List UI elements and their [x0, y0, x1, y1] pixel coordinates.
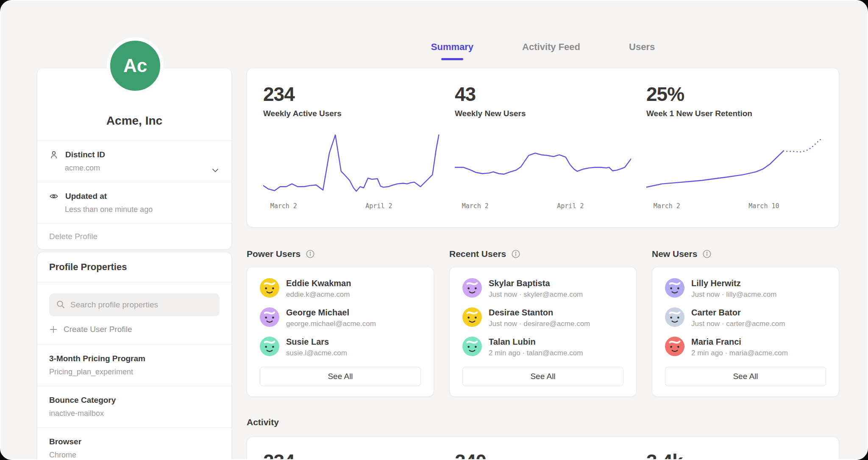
user-detail: Just now · carter@acme.com [691, 320, 785, 328]
chevron-down-icon[interactable] [210, 165, 220, 176]
user-list-item[interactable]: Susie Lars susie.l@acme.com [260, 337, 421, 357]
tab-users[interactable]: Users [629, 42, 655, 60]
weekly-new-users-sparkline [455, 131, 631, 195]
user-list-item[interactable]: Carter Bator Just now · carter@acme.com [665, 307, 826, 328]
new-users-title: New Users [652, 249, 697, 259]
user-name: Carter Bator [691, 307, 785, 318]
user-lists-row: Power Users Eddie Kwakman eddie.k@acme.c… [247, 248, 839, 397]
summary-stats-card: 234 Weekly Active Users March 2 April 2 … [247, 68, 839, 228]
recent-users-section: Recent Users Skylar Baptista Just now · … [449, 248, 637, 397]
user-name: Susie Lars [286, 337, 347, 347]
property-item[interactable]: 3-Month Pricing Program Pricing_plan_exp… [37, 344, 231, 386]
new-users-section: New Users Lilly Herwitz Just now · lilly… [652, 248, 839, 397]
stat-label: Weekly Active Users [263, 109, 440, 118]
x-axis-tick: March 2 [654, 202, 680, 210]
user-avatar [665, 337, 684, 356]
user-avatar [462, 307, 482, 327]
property-value: Pricing_plan_experiment [49, 368, 220, 376]
user-avatar [260, 337, 279, 356]
x-axis: March 2 March 10 [646, 202, 823, 212]
property-item[interactable]: Bounce Category inactive-mailbox [37, 386, 231, 427]
property-value: inactive-mailbox [49, 409, 220, 418]
user-list-item[interactable]: Eddie Kwakman eddie.k@acme.com [260, 278, 421, 299]
create-user-profile-label: Create User Profile [64, 325, 132, 334]
x-axis: March 2 April 2 [263, 202, 440, 212]
user-avatar [260, 307, 279, 327]
user-list-item[interactable]: George Michael george.michael@acme.com [260, 307, 421, 328]
delete-profile-button[interactable]: Delete Profile [37, 223, 231, 249]
user-name: Desirae Stanton [489, 307, 590, 318]
x-axis-tick: March 10 [748, 202, 779, 210]
see-all-button[interactable]: See All [462, 367, 623, 386]
company-avatar: Ac [107, 37, 164, 94]
user-name: Eddie Kwakman [286, 278, 351, 288]
x-axis-tick: April 2 [365, 202, 392, 210]
stat-value: 43 [455, 83, 631, 106]
user-detail: Just now · lilly@acme.com [691, 290, 776, 299]
user-detail: 2 min ago · talan@acme.com [489, 349, 583, 357]
user-list-item[interactable]: Talan Lubin 2 min ago · talan@acme.com [462, 337, 623, 357]
user-name: Lilly Herwitz [691, 278, 776, 288]
stat-value: 25% [646, 83, 823, 106]
stat-label: Week 1 New User Retention [646, 109, 823, 118]
distinct-id-value: acme.com [65, 164, 220, 173]
stat-label: Weekly New Users [455, 109, 631, 118]
user-list-item[interactable]: Desirae Stanton Just now · desirare@acme… [462, 307, 623, 328]
profile-properties-card: Profile Properties Create User Profile 3… [37, 252, 232, 460]
activity-stat-value: 3.4k [646, 450, 823, 460]
user-list-item[interactable]: Skylar Baptista Just now · skyler@acme.c… [462, 278, 623, 299]
power-users-title: Power Users [247, 249, 300, 259]
updated-at-row: Updated at Less than one minute ago [37, 182, 231, 223]
company-avatar-initials: Ac [123, 55, 147, 76]
create-user-profile-button[interactable]: Create User Profile [37, 316, 231, 344]
activity-card: 234 240 3.4k [247, 437, 839, 460]
search-icon [56, 300, 65, 309]
user-list-item[interactable]: Lilly Herwitz Just now · lilly@acme.com [665, 278, 826, 299]
user-avatar [462, 337, 482, 356]
user-list-item[interactable]: Maria Franci 2 min ago · maria@acme.com [665, 337, 826, 357]
see-all-button[interactable]: See All [665, 367, 826, 386]
search-input[interactable] [49, 293, 220, 316]
user-avatar [665, 307, 684, 327]
search-profile-properties [37, 282, 231, 316]
user-detail: Just now · desirare@acme.com [489, 320, 590, 328]
power-users-section: Power Users Eddie Kwakman eddie.k@acme.c… [247, 248, 434, 397]
property-name: 3-Month Pricing Program [49, 354, 220, 363]
activity-stat-value: 240 [455, 450, 631, 460]
x-axis-tick: March 2 [270, 202, 297, 210]
user-detail: eddie.k@acme.com [286, 290, 351, 299]
property-name: Browser [49, 437, 220, 446]
x-axis-tick: April 2 [557, 202, 584, 210]
info-icon[interactable] [702, 249, 712, 259]
user-avatar [462, 278, 482, 298]
info-icon[interactable] [511, 249, 520, 259]
profile-properties-title: Profile Properties [37, 252, 231, 282]
updated-at-value: Less than one minute ago [65, 205, 220, 214]
stat-weekly-active-users: 234 Weekly Active Users March 2 April 2 [256, 83, 447, 227]
user-name: Maria Franci [691, 337, 788, 347]
distinct-id-row[interactable]: Distinct ID acme.com [37, 140, 231, 182]
plus-icon [49, 325, 58, 334]
recent-users-title: Recent Users [449, 249, 506, 259]
x-axis: March 2 April 2 [455, 202, 631, 212]
user-detail: susie.l@acme.com [286, 349, 347, 357]
updated-at-label: Updated at [65, 192, 107, 201]
person-icon [49, 150, 58, 159]
weekly-active-users-sparkline [263, 131, 440, 195]
info-icon[interactable] [306, 249, 315, 259]
property-item[interactable]: Browser Chrome [37, 427, 231, 460]
user-detail: Just now · skyler@acme.com [489, 290, 583, 299]
power-users-card: Eddie Kwakman eddie.k@acme.com George Mi… [247, 267, 434, 397]
tab-summary[interactable]: Summary [431, 42, 473, 60]
user-avatar [665, 278, 684, 298]
stat-weekly-new-users: 43 Weekly New Users March 2 April 2 [447, 83, 639, 227]
profile-dashboard-page: Ac Acme, Inc Distinct ID acme.com [0, 0, 868, 460]
new-users-card: Lilly Herwitz Just now · lilly@acme.com … [652, 267, 839, 397]
property-name: Bounce Category [49, 396, 220, 405]
tab-activity-feed[interactable]: Activity Feed [522, 42, 580, 60]
user-name: George Michael [286, 307, 376, 318]
see-all-button[interactable]: See All [260, 367, 421, 386]
user-name: Skylar Baptista [489, 278, 583, 288]
eye-icon [49, 192, 58, 201]
activity-stat-value: 234 [263, 450, 440, 460]
